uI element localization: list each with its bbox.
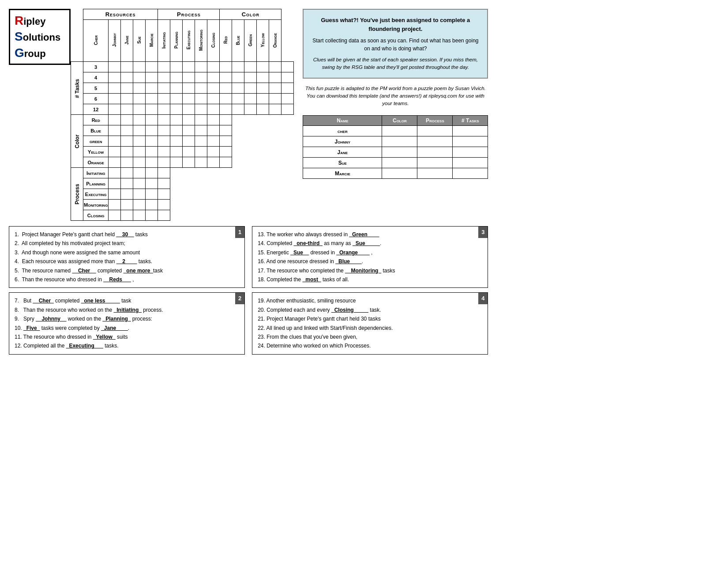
color-label-yellow: Yellow: [83, 147, 109, 157]
answer-name-cher: cher: [303, 126, 382, 136]
col-cher: Cher: [83, 20, 109, 62]
clue-2-line1: 7. But __Cher_ completed _one less_____ …: [15, 296, 239, 305]
clue-box-2: 2 7. But __Cher_ completed _one less____…: [9, 292, 245, 354]
col-closing: Closing: [207, 20, 220, 62]
answer-row-johnny: Johnny: [303, 136, 488, 147]
col-orange: Orange: [269, 20, 281, 62]
answer-color-johnny[interactable]: [382, 136, 417, 147]
cell-task3-orange[interactable]: [281, 62, 294, 72]
answer-color-jane[interactable]: [382, 147, 417, 158]
process-section-label: Process: [71, 168, 83, 221]
color-section-label: Color: [71, 115, 83, 168]
cell-task3-plan[interactable]: [183, 62, 195, 72]
clue-4-line3: 21. Project Manager Pete's gantt chart h…: [258, 314, 482, 323]
col-planning: Planning: [170, 20, 183, 62]
clues-section: 1 1. Project Manager Pete's gantt chart …: [9, 226, 488, 355]
logo: Ripley Solutions Group: [9, 9, 71, 65]
process-label-mon: Monitoring: [83, 200, 109, 210]
col-jane: Jane: [121, 20, 133, 62]
clue-2-line3: 9. Spry __Johnny__ worked on the _Planni…: [15, 314, 239, 323]
task-label-6: 6: [83, 94, 109, 104]
clue-box-3: 3 13. The worker who always dressed in _…: [252, 226, 488, 288]
answer-color-cher[interactable]: [382, 126, 417, 136]
color-row-blue: Blue: [71, 125, 294, 136]
clue-number-4: 4: [478, 293, 488, 304]
process-row-exec: Executing: [71, 189, 294, 200]
cell-task3-cher[interactable]: [109, 62, 121, 72]
color-row-yellow: Yellow: [71, 147, 294, 157]
clue-4-line4: 22. All lined up and linked with Start/F…: [258, 324, 482, 333]
info-box-bottom: This fun puzzle is adapted to the PM wor…: [303, 85, 488, 108]
answer-process-jane[interactable]: [417, 147, 453, 158]
color-label-blue: Blue: [83, 125, 109, 136]
clue-number-3: 3: [478, 227, 488, 238]
answer-tasks-marcie[interactable]: [453, 168, 488, 179]
cell-task3-exec[interactable]: [195, 62, 207, 72]
answer-header-name: Name: [303, 116, 382, 126]
answer-process-marcie[interactable]: [417, 168, 453, 179]
cell-task3-green[interactable]: [257, 62, 269, 72]
cell-task3-sue[interactable]: [146, 62, 158, 72]
cell-task3-johnny[interactable]: [121, 62, 133, 72]
cell-task3-red[interactable]: [232, 62, 244, 72]
clue-4-line2: 20. Completed each and every _Closing___…: [258, 306, 482, 314]
color-row-orange: Orange: [71, 157, 294, 168]
answer-table: Name Color Process # Tasks cher: [303, 115, 488, 179]
logo-s: S: [15, 30, 23, 43]
answer-tasks-sue[interactable]: [453, 158, 488, 168]
task-label-5: 5: [83, 83, 109, 94]
logo-g: G: [15, 46, 24, 60]
answer-color-marcie[interactable]: [382, 168, 417, 179]
clue-3-line5: 17. The resource who completed the __Mon…: [258, 266, 482, 275]
logo-r: R: [15, 14, 23, 27]
answer-tasks-jane[interactable]: [453, 147, 488, 158]
clue-number-2: 2: [235, 293, 244, 304]
answer-tasks-cher[interactable]: [453, 126, 488, 136]
cell-task3-close[interactable]: [220, 62, 232, 72]
color-header: Color: [220, 9, 281, 20]
clue-2-line5: 11. The resource who dressed in _Yellow_…: [15, 333, 239, 341]
clue-3-line2: 14. Completed _one-third_ as many as _Su…: [258, 239, 482, 248]
process-header: Process: [158, 9, 220, 20]
logo-line1: ipley: [23, 16, 45, 27]
answer-name-johnny: Johnny: [303, 136, 382, 147]
answer-process-johnny[interactable]: [417, 136, 453, 147]
answer-process-cher[interactable]: [417, 126, 453, 136]
info-box-body: Start collecting data as soon as you can…: [311, 37, 480, 53]
clue-number-1: 1: [235, 227, 244, 238]
answer-tasks-johnny[interactable]: [453, 136, 488, 147]
task-row-4: 4: [71, 72, 294, 83]
task-label-3: 3: [83, 62, 109, 72]
clue-1-line1: 1. Project Manager Pete's gantt chart he…: [15, 230, 239, 239]
process-label-exec: Executing: [83, 189, 109, 200]
answer-name-sue: Sue: [303, 158, 382, 168]
answer-header-color: Color: [382, 116, 417, 126]
main-grid-container: Resources Process Color Cher Johnny Jan: [71, 9, 294, 221]
cell-task3-yellow[interactable]: [269, 62, 281, 72]
clue-1-line6: 6. Than the resource who dressed in __Re…: [15, 275, 239, 284]
clue-box-1: 1 1. Project Manager Pete's gantt chart …: [9, 226, 245, 288]
color-label-green: green: [83, 136, 109, 147]
answer-row-marcie: Marcie: [303, 168, 488, 179]
cell-task3-blue[interactable]: [244, 62, 257, 72]
task-row-6: 6: [71, 94, 294, 104]
cell-task3-init[interactable]: [170, 62, 183, 72]
cell-task3-mon[interactable]: [207, 62, 220, 72]
task-row-5: 5: [71, 83, 294, 94]
main-grid: Resources Process Color Cher Johnny Jan: [71, 9, 294, 221]
col-monitoring: Monitoring: [195, 20, 207, 62]
clue-1-line2: 2. All completed by his motivated projec…: [15, 239, 239, 248]
clue-2-line6: 12. Completed all the _Executing___ task…: [15, 341, 239, 350]
cell-task3-jane[interactable]: [133, 62, 146, 72]
answer-header-process: Process: [417, 116, 453, 126]
answer-color-sue[interactable]: [382, 158, 417, 168]
logo-line3: roup: [24, 48, 46, 59]
logo-line2: olutions: [23, 32, 61, 43]
answer-row-sue: Sue: [303, 158, 488, 168]
process-row-plan: Planning: [71, 178, 294, 189]
clues-row-2: 2 7. But __Cher_ completed _one less____…: [9, 292, 488, 354]
cell-task3-marcie[interactable]: [158, 62, 170, 72]
task-row-12: 12: [71, 104, 294, 115]
answer-process-sue[interactable]: [417, 158, 453, 168]
clue-3-line6: 18. Completed the _most_ tasks of all.: [258, 275, 482, 284]
